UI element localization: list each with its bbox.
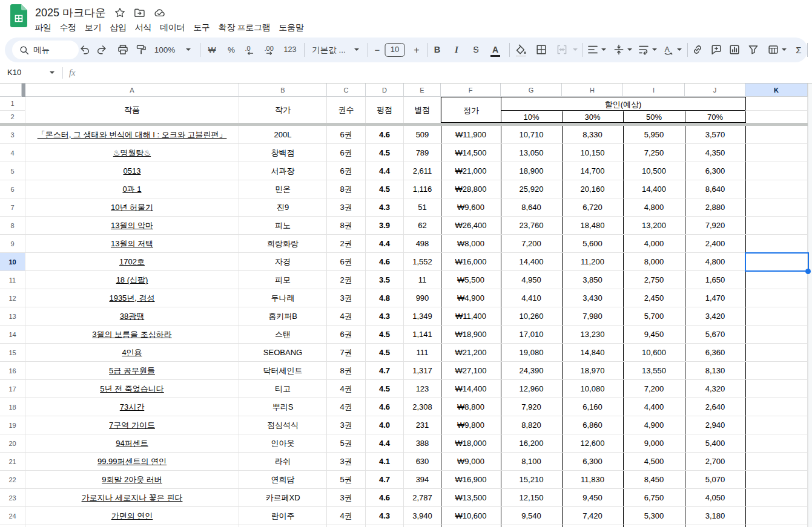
zoom-select-caret-icon[interactable] xyxy=(186,48,191,51)
cell-D11[interactable]: 3.5 xyxy=(366,271,404,289)
cell-E8[interactable]: 62 xyxy=(404,217,441,235)
cell-K18[interactable] xyxy=(745,398,808,416)
cell-E4[interactable]: 789 xyxy=(404,144,441,162)
column-header-J[interactable]: J xyxy=(685,83,745,97)
cell-J24[interactable]: 3,180 xyxy=(685,507,746,525)
cell-D24[interactable]: 4.3 xyxy=(366,507,404,525)
cell-F24[interactable]: ₩10,600 xyxy=(441,507,501,525)
cell-G9[interactable]: 7,200 xyxy=(501,235,563,253)
cell-H4[interactable]: 10,150 xyxy=(562,144,624,162)
column-header-C[interactable]: C xyxy=(327,83,366,97)
column-header-E[interactable]: E xyxy=(404,83,441,97)
cell-B17[interactable]: 티고 xyxy=(239,380,327,398)
cell-D7[interactable]: 4.3 xyxy=(366,198,404,217)
cell-I4[interactable]: 7,250 xyxy=(623,144,685,162)
cell-J14[interactable]: 5,670 xyxy=(685,326,746,344)
cell-B22[interactable]: 연희담 xyxy=(239,471,327,489)
format-percent-button[interactable]: % xyxy=(228,38,235,62)
cell-I13[interactable]: 5,700 xyxy=(623,307,685,326)
row-header-22[interactable]: 22 xyxy=(0,471,25,489)
cell-G21[interactable]: 8,100 xyxy=(501,453,563,471)
cell-H8[interactable]: 18,480 xyxy=(562,217,624,235)
cell-I12[interactable]: 2,450 xyxy=(623,289,685,307)
fill-handle[interactable] xyxy=(805,269,811,274)
cell-D4[interactable]: 4.5 xyxy=(366,144,404,162)
cell-B24[interactable]: 란이주 xyxy=(239,507,327,525)
cell-K21[interactable] xyxy=(745,453,808,471)
cell-A15[interactable]: 4인용 xyxy=(25,344,239,362)
cell-G5[interactable]: 18,900 xyxy=(501,162,563,180)
cell-C9[interactable]: 2권 xyxy=(327,235,366,253)
cell-I6[interactable]: 14,400 xyxy=(623,180,685,198)
move-folder-icon[interactable] xyxy=(134,7,145,18)
cell-B14[interactable]: 스탠 xyxy=(239,326,327,344)
cell-C11[interactable]: 2권 xyxy=(327,271,366,289)
cell-J23[interactable]: 4,050 xyxy=(685,489,746,507)
horizontal-align-button-caret-icon[interactable] xyxy=(601,48,606,51)
cell-G24[interactable]: 9,540 xyxy=(501,507,563,525)
cell-K4[interactable] xyxy=(745,144,808,162)
cell-H7[interactable]: 6,720 xyxy=(562,198,624,217)
select-all-corner[interactable] xyxy=(0,83,22,97)
cell-K9[interactable] xyxy=(745,235,808,253)
cloud-saved-icon[interactable] xyxy=(154,7,165,18)
header-cell-J2[interactable]: 70% xyxy=(685,111,746,123)
cell-J16[interactable]: 8,130 xyxy=(685,362,746,380)
row-header-2[interactable]: 2 xyxy=(0,111,25,123)
cell-F9[interactable]: ₩8,000 xyxy=(441,235,501,253)
cell-G17[interactable]: 12,960 xyxy=(501,380,563,398)
cell-I19[interactable]: 4,900 xyxy=(623,416,685,434)
cell-E10[interactable]: 1,552 xyxy=(404,253,441,271)
cell-E18[interactable]: 2,308 xyxy=(404,398,441,416)
header-cell-C1[interactable]: 권수 xyxy=(327,97,366,123)
cell-H14[interactable]: 13,230 xyxy=(562,326,624,344)
header-cell-B1[interactable]: 작가 xyxy=(239,97,327,123)
cell-J8[interactable]: 7,920 xyxy=(685,217,746,235)
cell-C18[interactable]: 4권 xyxy=(327,398,366,416)
cell-D17[interactable]: 4.5 xyxy=(366,380,404,398)
decrease-font-size-button[interactable]: − xyxy=(375,38,380,62)
cell-C6[interactable]: 8권 xyxy=(327,180,366,198)
cell-H15[interactable]: 14,840 xyxy=(562,344,624,362)
cell-F21[interactable]: ₩9,000 xyxy=(441,453,501,471)
vertical-align-button-caret-icon[interactable] xyxy=(627,48,632,51)
cell-A23[interactable]: 가로지나 세로지나 꽃은 핀다 xyxy=(25,489,239,507)
cell-G4[interactable]: 13,050 xyxy=(501,144,563,162)
row-header-20[interactable]: 20 xyxy=(0,434,25,453)
menu-extensions[interactable]: 확장 프로그램 xyxy=(214,21,275,34)
cell-F3[interactable]: ₩11,900 xyxy=(441,126,501,144)
selection-box[interactable] xyxy=(745,252,809,272)
cell-B16[interactable]: 닥터세인트 xyxy=(239,362,327,380)
cell-I14[interactable]: 9,450 xyxy=(623,326,685,344)
cell-A14[interactable]: 3월의 보름을 조심하라 xyxy=(25,326,239,344)
text-wrap-button-caret-icon[interactable] xyxy=(652,48,657,51)
cell-C13[interactable]: 4권 xyxy=(327,307,366,326)
menu-insert[interactable]: 삽입 xyxy=(105,21,130,34)
cell-E23[interactable]: 2,787 xyxy=(404,489,441,507)
table-views-button-caret-icon[interactable] xyxy=(782,48,787,51)
cell-K13[interactable] xyxy=(745,307,808,326)
cell-C20[interactable]: 5권 xyxy=(327,434,366,453)
cell-C7[interactable]: 3권 xyxy=(327,198,366,217)
cell-A16[interactable]: 5급 공무원들 xyxy=(25,362,239,380)
cell-B9[interactable]: 희랑화랑 xyxy=(239,235,327,253)
cell-C4[interactable]: 6권 xyxy=(327,144,366,162)
cell-K19[interactable] xyxy=(745,416,808,434)
cell-E14[interactable]: 1,141 xyxy=(404,326,441,344)
cell-F14[interactable]: ₩18,900 xyxy=(441,326,501,344)
cell-J9[interactable]: 2,400 xyxy=(685,235,746,253)
cell-F12[interactable]: ₩4,900 xyxy=(441,289,501,307)
cell-J12[interactable]: 1,470 xyxy=(685,289,746,307)
cell-H20[interactable]: 12,600 xyxy=(562,434,624,453)
cell-H19[interactable]: 6,860 xyxy=(562,416,624,434)
cell-I5[interactable]: 10,500 xyxy=(623,162,685,180)
text-rotation-button[interactable]: A xyxy=(662,44,675,56)
cell-A11[interactable]: 18 (십팔) xyxy=(25,271,239,289)
cell-I10[interactable]: 8,000 xyxy=(623,253,685,271)
menu-tools[interactable]: 도구 xyxy=(189,21,214,34)
row-header-5[interactable]: 5 xyxy=(0,162,25,180)
row-header-7[interactable]: 7 xyxy=(0,198,25,217)
cell-F5[interactable]: ₩21,000 xyxy=(441,162,501,180)
cell-K24[interactable] xyxy=(745,507,808,525)
more-formats-button[interactable]: 123 xyxy=(284,38,297,62)
